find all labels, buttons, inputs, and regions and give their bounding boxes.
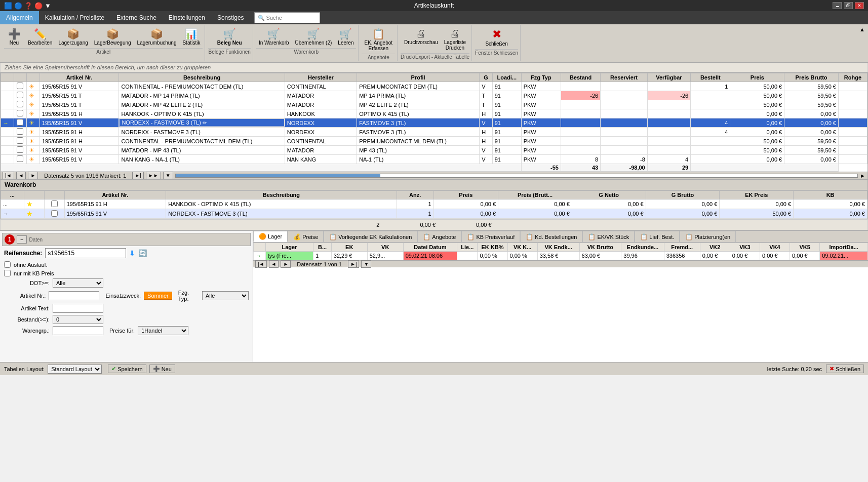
table-row[interactable]: ☀ 195/65R15 91 H HANKOOK - OPTIMO K 415 …	[1, 109, 867, 118]
fzg-typ-select[interactable]: Alle	[202, 291, 249, 300]
lt-col-ek[interactable]: EK	[331, 243, 367, 252]
wk-col-ek-preis[interactable]: EK Preis	[720, 191, 794, 199]
wk-col-kb[interactable]: KB	[794, 191, 867, 199]
lt-col-vk2[interactable]: VK2	[700, 243, 730, 252]
footer-close-button[interactable]: ✖ Schließen	[826, 365, 864, 373]
nav-end[interactable]: ►►	[146, 172, 161, 179]
row-checkbox[interactable]	[17, 128, 23, 135]
col-reserviert[interactable]: Reserviert	[601, 73, 648, 82]
lt-col-fremd[interactable]: Fremd...	[664, 243, 700, 252]
lt-col-vk-endk[interactable]: VK Endk...	[537, 243, 579, 252]
nav-next[interactable]: ►	[28, 172, 38, 179]
lt-col-vk4[interactable]: VK4	[760, 243, 790, 252]
layout-select[interactable]: Standard Layout	[48, 365, 102, 374]
wk-col-preis-brutto[interactable]: Preis (Brutt...	[498, 191, 572, 199]
table-row[interactable]: ☀ 195/65R15 91 T MATADOR - MP 14 PRIMA (…	[1, 91, 867, 100]
table-row[interactable]: ☀ 195/65R15 91 V NAN KANG - NA-1 (TL) NA…	[1, 155, 867, 164]
uebernehmen-button[interactable]: 🛒 Übernehmen (2)	[293, 26, 335, 47]
wk-col-g-brutto[interactable]: G Brutto	[646, 191, 720, 199]
tab-ek-vk[interactable]: 📋 EK/VK Stück	[582, 231, 635, 242]
main-table-scroll[interactable]: Artikel Nr. Beschreibung Hersteller Prof…	[1, 73, 867, 172]
statistik-button[interactable]: 📊 Statistik	[180, 26, 203, 47]
col-bestand[interactable]: Bestand	[561, 73, 600, 82]
tab-angebote[interactable]: 📋 Angebote	[417, 231, 461, 242]
lager-table-scroll[interactable]: Lager B... EK VK Datei Datum Lie... EK K…	[253, 243, 868, 260]
close-window-button[interactable]: ✕	[855, 2, 864, 9]
save-button[interactable]: ✔ Speichern	[108, 365, 146, 373]
row-checkbox[interactable]	[17, 119, 23, 126]
lt-col-vk[interactable]: VK	[367, 243, 403, 252]
cell-checkbox[interactable]	[14, 91, 27, 100]
toolbar-collapse-icon[interactable]: ▲	[858, 25, 866, 33]
schliessen-button[interactable]: ✖ Schließen	[483, 26, 510, 48]
inner-nav-first[interactable]: |◄	[255, 260, 267, 268]
col-profil[interactable]: Profil	[357, 73, 480, 82]
lt-col-endkunde[interactable]: Endkunde...	[621, 243, 664, 252]
menu-einstellungen[interactable]: Einstellungen	[163, 11, 211, 24]
lt-col-lie[interactable]: Lie...	[457, 243, 478, 252]
cell-checkbox[interactable]	[14, 82, 27, 91]
lagerzugang-button[interactable]: 📦 Lagerzugang	[56, 26, 90, 47]
scroll-right-arrow[interactable]: ►	[860, 173, 865, 179]
scroll-progress[interactable]	[175, 174, 858, 178]
row-checkbox[interactable]	[17, 92, 23, 98]
table-row[interactable]: ☀ 195/65R15 91 H CONTINENTAL - PREMIUMCO…	[1, 137, 867, 146]
bearbeiten-button[interactable]: ✏️ Bearbeiten	[25, 26, 55, 47]
wk-checkbox[interactable]	[51, 210, 58, 217]
inner-nav-prev[interactable]: ◄	[269, 260, 279, 268]
table-row[interactable]: ☀ 195/65R15 91 V MATADOR - MP 43 (TL) MA…	[1, 146, 867, 155]
nav-first[interactable]: |◄	[3, 172, 14, 179]
lt-col-vk3[interactable]: VK3	[730, 243, 760, 252]
new-footer-button[interactable]: ➕ Neu	[149, 365, 175, 373]
tab-kd-best[interactable]: 📋 Kd. Bestellungen	[520, 231, 582, 242]
inner-nav-next[interactable]: ►	[281, 260, 291, 268]
in-warenkorb-button[interactable]: 🛒 In Warenkorb	[256, 26, 292, 47]
lt-col-vk-k[interactable]: VK K...	[507, 243, 537, 252]
artikel-nr-form-input[interactable]	[49, 291, 99, 300]
col-beschreibung[interactable]: Beschreibung	[119, 73, 285, 82]
row-checkbox[interactable]	[17, 110, 23, 116]
col-g[interactable]: G	[480, 73, 493, 82]
lt-col-ek-kb[interactable]: EK KB%	[478, 243, 507, 252]
ek-angebot-button[interactable]: 📋 EK. AngebotErfassen	[362, 26, 395, 53]
druckvorschau-button[interactable]: 🖨 Druckvorschau	[402, 26, 441, 52]
menu-sonstiges[interactable]: Sonstiges	[211, 11, 250, 24]
cell-checkbox[interactable]	[14, 137, 27, 146]
table-row[interactable]: ☀ 195/65R15 91 H NORDEXX - FASTMOVE 3 (T…	[1, 128, 867, 137]
wk-col-anz[interactable]: Anz.	[397, 191, 433, 199]
row-checkbox[interactable]	[17, 101, 23, 107]
daten-minus-button[interactable]: −	[17, 235, 27, 244]
lagerbewegung-button[interactable]: 📦 LagerBewegung	[92, 26, 134, 47]
lt-col-lager[interactable]: Lager	[265, 243, 313, 252]
neu-button[interactable]: ➕ Neu	[4, 26, 24, 47]
wk-col-beschreibung[interactable]: Beschreibung	[166, 191, 397, 199]
lt-col-datum[interactable]: Datei Datum	[403, 243, 457, 252]
tab-kb-preis[interactable]: 📋 KB Preisverlauf	[461, 231, 520, 242]
warenkorb-row[interactable]: ... ★ 195/65R15 91 H HANKOOK - OPTIMO K …	[1, 199, 867, 209]
wk-cell-checkbox[interactable]	[44, 199, 64, 209]
minimize-button[interactable]: 🗕	[833, 2, 842, 9]
row-checkbox[interactable]	[17, 146, 23, 153]
beleg-neu-button[interactable]: 🛒 Beleg Neu	[214, 26, 245, 47]
col-fzg-typ[interactable]: Fzg Typ	[521, 73, 561, 82]
lagerumbuchung-button[interactable]: 📦 Lagerumbuchung	[135, 26, 179, 47]
table-row[interactable]: ☀ 195/65R15 91 V CONTINENTAL - PREMIUMCO…	[1, 82, 867, 91]
tab-lief-best[interactable]: 📋 Lief. Best.	[635, 231, 680, 242]
lt-col-b[interactable]: B...	[313, 243, 331, 252]
tab-lager[interactable]: 🟠 Lager	[253, 231, 288, 242]
menu-allgemein[interactable]: Allgemein	[0, 11, 39, 24]
ohne-auslauf-checkbox[interactable]	[4, 261, 11, 268]
wk-col-preis[interactable]: Preis	[433, 191, 498, 199]
preise-fuer-select[interactable]: 1Handel	[138, 326, 188, 335]
cell-checkbox[interactable]	[14, 118, 27, 128]
cell-checkbox[interactable]	[14, 109, 27, 118]
reifensuche-input[interactable]	[45, 248, 126, 258]
nav-filter[interactable]: ▼	[163, 172, 173, 179]
menu-kalkulation[interactable]: Kalkulation / Preisliste	[39, 11, 110, 24]
wk-col-artikel-nr[interactable]: Artikel Nr.	[64, 191, 166, 199]
lagerliste-button[interactable]: 🖨 LagerlisteDrucken	[442, 26, 468, 52]
col-preis-brutto[interactable]: Preis Brutto	[784, 73, 839, 82]
warengrp-input[interactable]	[53, 326, 103, 335]
search-input[interactable]	[266, 15, 317, 21]
wk-col-g-netto[interactable]: G Netto	[572, 191, 646, 199]
